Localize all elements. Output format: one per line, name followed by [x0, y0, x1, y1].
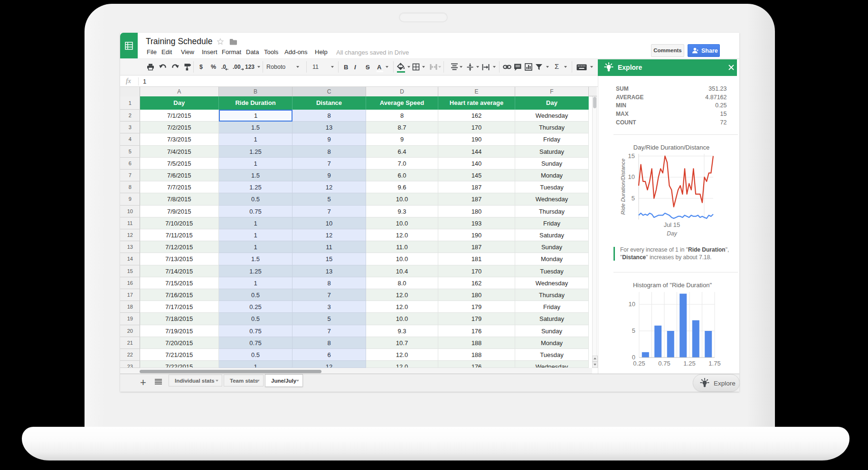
svg-text:Jul 15: Jul 15: [664, 221, 680, 228]
svg-text:Day/Ride Duration/Distance: Day/Ride Duration/Distance: [633, 144, 709, 151]
svg-text:10: 10: [628, 173, 635, 180]
svg-text:0.25: 0.25: [633, 360, 645, 367]
svg-text:15: 15: [628, 152, 635, 160]
svg-text:5: 5: [632, 195, 635, 202]
svg-text:Histogram of "Ride Duration": Histogram of "Ride Duration": [633, 282, 712, 289]
svg-text:1.75: 1.75: [708, 360, 720, 367]
svg-text:0.75: 0.75: [658, 360, 670, 367]
svg-text:Day: Day: [667, 230, 677, 237]
svg-text:5: 5: [632, 327, 635, 334]
svg-text:10: 10: [629, 301, 635, 308]
svg-text:1.25: 1.25: [683, 360, 695, 367]
svg-text:Ride Duration/Distance: Ride Duration/Distance: [620, 159, 626, 215]
